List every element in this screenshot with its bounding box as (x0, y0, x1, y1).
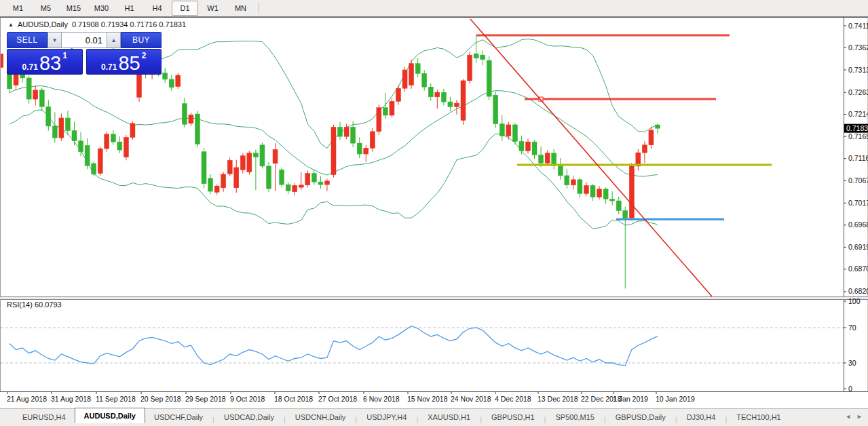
tab-dj30-h4[interactable]: DJ30,H4 (678, 410, 725, 423)
tab-tech100-h1[interactable]: TECH100,H1 (728, 410, 789, 423)
svg-text:0.71831: 0.71831 (846, 124, 868, 132)
tab-scroll-right-icon[interactable]: ► (856, 413, 863, 420)
tab-usdcad-daily[interactable]: USDCAD,Daily (215, 410, 283, 423)
svg-text:0.70670: 0.70670 (848, 176, 868, 185)
svg-text:0.69680: 0.69680 (848, 220, 868, 229)
tab-xauusd-h1[interactable]: XAUUSD,H1 (419, 410, 479, 423)
svg-text:27 Oct 2018: 27 Oct 2018 (318, 395, 357, 403)
svg-text:11 Sep 2018: 11 Sep 2018 (96, 395, 136, 403)
svg-text:4 Dec 2018: 4 Dec 2018 (495, 395, 531, 403)
mt4-window: M1M5M15M30H1H4D1W1MN 0.741100.736200.731… (0, 0, 868, 426)
volume-increase-spinner[interactable]: ▲ (107, 32, 121, 48)
rsi-axis[interactable]: 10070300 (844, 297, 861, 393)
svg-text:13 Dec 2018: 13 Dec 2018 (537, 395, 578, 403)
tab-gbpusd-daily[interactable]: GBPUSD,Daily (607, 410, 675, 423)
tab-eurusd-h4[interactable]: EURUSD,H4 (14, 410, 75, 423)
svg-text:29 Sep 2018: 29 Sep 2018 (185, 395, 226, 403)
sell-price-pip: 1 (62, 51, 67, 60)
svg-text:0.73620: 0.73620 (848, 43, 868, 52)
svg-text:100: 100 (848, 297, 861, 305)
one-click-trading-panel: SELL ▼ 0.01 ▲ BUY 0.71 83 1 0.71 85 2 (7, 32, 162, 75)
chart-ohlc-values: 0.71908 0.71934 0.71716 0.71831 (72, 20, 186, 28)
volume-input[interactable]: 0.01 (62, 32, 107, 48)
svg-text:0: 0 (848, 385, 852, 393)
chart-title: ▲ AUDUSD,Daily 0.71908 0.71934 0.71716 0… (8, 20, 186, 28)
svg-text:70: 70 (848, 324, 856, 332)
svg-text:0.68700: 0.68700 (848, 265, 868, 273)
svg-text:0.72630: 0.72630 (848, 88, 868, 96)
svg-text:24 Nov 2018: 24 Nov 2018 (451, 395, 491, 403)
svg-text:15 Nov 2018: 15 Nov 2018 (407, 395, 448, 403)
sell-price-prefix: 0.71 (22, 62, 38, 72)
tab-gbpusd-h1[interactable]: GBPUSD,H1 (483, 410, 544, 423)
window-bottom-edge (0, 423, 868, 426)
price-axis[interactable]: 0.741100.736200.731300.726300.721400.716… (844, 22, 868, 296)
svg-text:21 Aug 2018: 21 Aug 2018 (7, 395, 47, 403)
buy-button[interactable]: BUY (121, 32, 162, 48)
svg-text:0.70170: 0.70170 (848, 199, 868, 207)
buy-price-prefix: 0.71 (101, 62, 117, 72)
tab-sp500-m15[interactable]: SP500,M15 (546, 410, 603, 423)
svg-text:0.71650: 0.71650 (848, 132, 868, 140)
svg-text:0.74110: 0.74110 (848, 22, 868, 30)
chart-symbol-period: AUDUSD,Daily (18, 20, 68, 28)
svg-text:20 Sep 2018: 20 Sep 2018 (140, 395, 181, 403)
sell-price-tile[interactable]: 0.71 83 1 (7, 49, 83, 75)
tab-usdjpy-h4[interactable]: USDJPY,H4 (358, 410, 415, 423)
svg-text:10 Jan 2019: 10 Jan 2019 (656, 395, 695, 403)
tab-scroll-left-icon[interactable]: ◄ (845, 413, 851, 420)
tab-usdcnh-daily[interactable]: USDCNH,Daily (286, 410, 355, 423)
buy-price-big: 85 (118, 54, 140, 72)
svg-text:0.69190: 0.69190 (848, 243, 868, 251)
svg-text:1 Jan 2019: 1 Jan 2019 (613, 395, 648, 403)
svg-text:0.72140: 0.72140 (848, 110, 868, 118)
collapse-arrow-icon[interactable]: ▲ (8, 22, 14, 28)
svg-text:0.73130: 0.73130 (848, 66, 868, 74)
svg-text:9 Oct 2018: 9 Oct 2018 (230, 395, 265, 403)
buy-price-tile[interactable]: 0.71 85 2 (86, 49, 162, 75)
svg-text:18 Oct 2018: 18 Oct 2018 (274, 395, 313, 403)
chart-tab-bar: EURUSD,H4AUDUSD,DailyUSDCHF,Daily|USDCAD… (0, 408, 868, 423)
sell-price-big: 83 (39, 54, 61, 72)
svg-text:31 Aug 2018: 31 Aug 2018 (51, 395, 91, 403)
tab-audusd-daily[interactable]: AUDUSD,Daily (75, 408, 145, 423)
date-axis[interactable]: 21 Aug 201831 Aug 201811 Sep 201820 Sep … (7, 392, 695, 403)
tab-scroll-arrows: ◄► (845, 409, 863, 423)
buy-price-pip: 2 (142, 51, 147, 60)
svg-text:6 Nov 2018: 6 Nov 2018 (363, 395, 400, 403)
svg-text:0.68200: 0.68200 (848, 287, 868, 295)
sell-button[interactable]: SELL (7, 32, 48, 48)
volume-decrease-spinner[interactable]: ▼ (48, 32, 62, 48)
svg-text:0.71160: 0.71160 (848, 154, 868, 162)
tab-usdchf-daily[interactable]: USDCHF,Daily (145, 410, 212, 423)
rsi-indicator-label: RSI(14) 60.0793 (7, 301, 62, 309)
svg-text:30: 30 (848, 359, 856, 367)
